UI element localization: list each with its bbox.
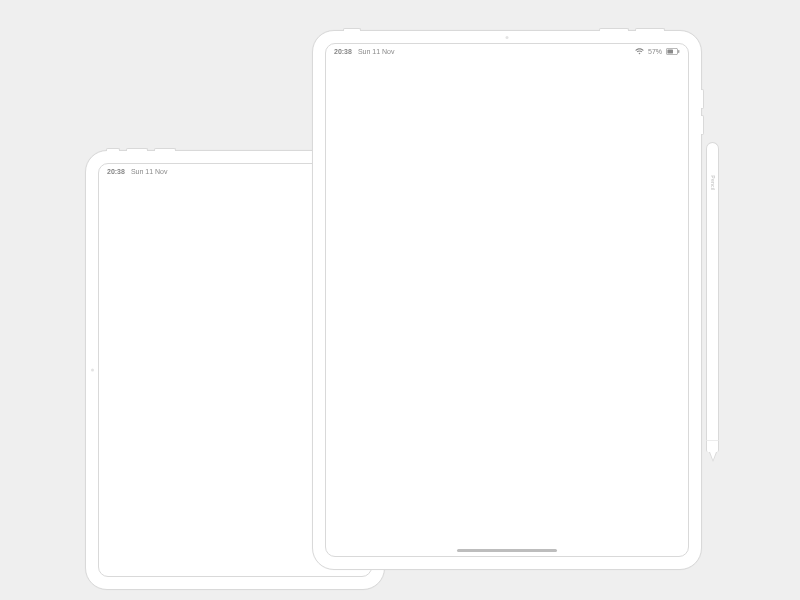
- power-button: [343, 28, 361, 31]
- status-time: 20:38: [334, 48, 352, 55]
- volume-down-button: [599, 28, 629, 31]
- side-button-2: [701, 115, 704, 135]
- front-camera: [91, 369, 94, 372]
- pencil-body: [706, 154, 719, 440]
- mockup-stage: 20:38 Sun 11 Nov 20:38 Sun 11 Nov: [0, 0, 800, 600]
- volume-up-button: [635, 28, 665, 31]
- status-date: Sun 11 Nov: [131, 168, 168, 175]
- power-button: [106, 148, 120, 151]
- svg-rect-2: [678, 50, 679, 53]
- svg-rect-1: [667, 49, 673, 53]
- volume-down-button: [154, 148, 176, 151]
- apple-pencil: Pencil: [706, 142, 719, 462]
- side-button-1: [701, 89, 704, 109]
- status-bar: 20:38 Sun 11 Nov 57%: [334, 48, 680, 55]
- front-camera: [506, 36, 509, 39]
- pencil-label: Pencil: [710, 175, 716, 190]
- battery-icon: [666, 48, 680, 55]
- volume-up-button: [126, 148, 148, 151]
- status-time: 20:38: [107, 168, 125, 175]
- pencil-ferrule: [706, 440, 719, 452]
- status-date: Sun 11 Nov: [358, 48, 395, 55]
- home-indicator: [457, 549, 557, 552]
- ipad-12-screen: 20:38 Sun 11 Nov 57%: [325, 43, 689, 557]
- pencil-tip: [709, 452, 717, 462]
- wifi-icon: [635, 48, 644, 55]
- pencil-cap: [706, 142, 719, 154]
- ipad-12-device: 20:38 Sun 11 Nov 57%: [312, 30, 702, 570]
- battery-percent: 57%: [648, 48, 662, 55]
